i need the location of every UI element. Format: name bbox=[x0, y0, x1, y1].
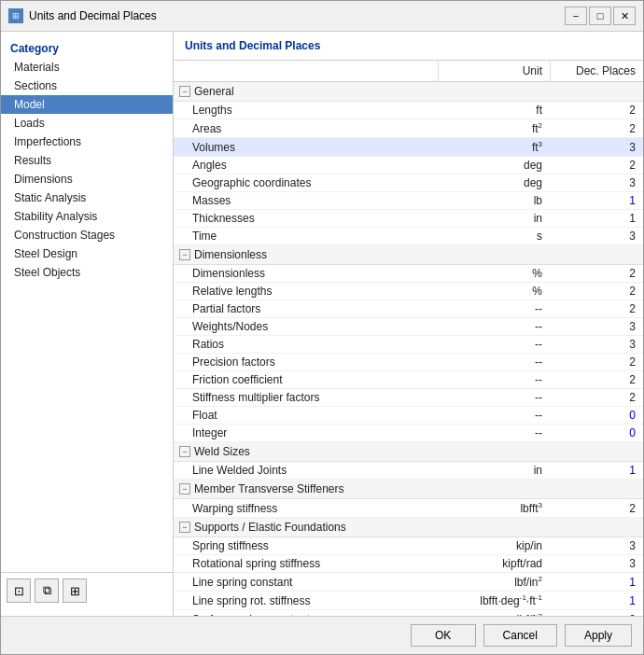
cell-places: 3 bbox=[550, 555, 643, 572]
table-content[interactable]: − General Lengths ft 2 Areas ft2 2 Volum… bbox=[174, 82, 643, 616]
cancel-button[interactable]: Cancel bbox=[483, 624, 557, 647]
cell-name: Thicknesses bbox=[174, 210, 438, 227]
table-row[interactable]: Masses lb 1 bbox=[174, 192, 643, 210]
sidebar-item-construction-stages[interactable]: Construction Stages bbox=[1, 226, 173, 244]
cell-places: 1 bbox=[550, 462, 643, 479]
section-toggle-0[interactable]: − bbox=[179, 86, 190, 97]
cell-unit: lbfft·deg-1·ft-1 bbox=[438, 592, 550, 609]
cell-unit: kipft/rad bbox=[438, 555, 550, 572]
header-places: Dec. Places bbox=[550, 61, 643, 81]
cell-places: 1 bbox=[550, 592, 643, 609]
icon-btn-3[interactable]: ⊞ bbox=[63, 578, 87, 603]
cell-name: Warping stiffness bbox=[174, 500, 438, 517]
section-header-3[interactable]: − Member Transverse Stiffeners bbox=[174, 480, 643, 499]
table-row[interactable]: Angles deg 2 bbox=[174, 157, 643, 174]
section-header-1[interactable]: − Dimensionless bbox=[174, 245, 643, 265]
apply-button[interactable]: Apply bbox=[565, 624, 632, 647]
section-toggle-3[interactable]: − bbox=[179, 483, 190, 495]
section-toggle-1[interactable]: − bbox=[179, 249, 190, 260]
cell-name: Masses bbox=[174, 192, 438, 209]
cell-name: Weights/Nodes bbox=[174, 318, 438, 335]
section-title-4: Supports / Elastic Foundations bbox=[194, 521, 346, 534]
table-row[interactable]: Lengths ft 2 bbox=[174, 102, 643, 119]
section-header-2[interactable]: − Weld Sizes bbox=[174, 442, 643, 462]
cell-unit: deg bbox=[438, 157, 550, 174]
cell-places: 1 bbox=[550, 574, 643, 591]
sidebar-item-loads[interactable]: Loads bbox=[1, 114, 173, 132]
header-unit: Unit bbox=[438, 61, 550, 81]
sidebar-item-steel-objects[interactable]: Steel Objects bbox=[1, 263, 173, 282]
sidebar-item-stability-analysis[interactable]: Stability Analysis bbox=[1, 207, 173, 226]
title-bar-left: ⊞ Units and Decimal Places bbox=[8, 8, 157, 23]
cell-unit: -- bbox=[438, 371, 550, 388]
minimize-button[interactable]: − bbox=[565, 7, 587, 25]
right-panel: Units and Decimal Places Unit Dec. Place… bbox=[174, 32, 643, 616]
table-row[interactable]: Time s 3 bbox=[174, 228, 643, 245]
title-bar-controls: − □ ✕ bbox=[565, 7, 636, 25]
sidebar-item-model[interactable]: Model bbox=[1, 95, 173, 114]
table-row[interactable]: Spring stiffness kip/in 3 bbox=[174, 537, 643, 555]
section-toggle-4[interactable]: − bbox=[179, 522, 190, 533]
cell-name: Precision factors bbox=[174, 354, 438, 370]
cell-places: 3 bbox=[550, 139, 643, 156]
section-toggle-2[interactable]: − bbox=[179, 446, 190, 457]
cell-places: 3 bbox=[550, 336, 643, 353]
table-row[interactable]: Rotational spring stiffness kipft/rad 3 bbox=[174, 555, 643, 573]
sidebar-item-steel-design[interactable]: Steel Design bbox=[1, 244, 173, 263]
table-row[interactable]: Float -- 0 bbox=[174, 407, 643, 425]
table-row[interactable]: Ratios -- 3 bbox=[174, 336, 643, 354]
cell-name: Volumes bbox=[174, 139, 438, 156]
table-row[interactable]: Dimensionless % 2 bbox=[174, 265, 643, 283]
restore-button[interactable]: □ bbox=[589, 7, 611, 25]
panel-title: Units and Decimal Places bbox=[174, 32, 643, 61]
cell-places: 2 bbox=[550, 157, 643, 174]
sidebar-item-dimensions[interactable]: Dimensions bbox=[1, 170, 173, 188]
table-row[interactable]: Line spring constant lbf/in2 1 bbox=[174, 573, 643, 592]
sidebar-category-label: Category bbox=[1, 39, 173, 58]
sidebar-item-imperfections[interactable]: Imperfections bbox=[1, 132, 173, 151]
section-header-4[interactable]: − Supports / Elastic Foundations bbox=[174, 518, 643, 537]
table-row[interactable]: Integer -- 0 bbox=[174, 425, 643, 442]
cell-places: 2 bbox=[550, 354, 643, 370]
cell-unit: -- bbox=[438, 318, 550, 335]
table-row[interactable]: Line spring rot. stiffness lbfft·deg-1·f… bbox=[174, 592, 643, 610]
sidebar-item-sections[interactable]: Sections bbox=[1, 77, 173, 95]
table-row[interactable]: Thicknesses in 1 bbox=[174, 210, 643, 228]
cell-places: 2 bbox=[550, 500, 643, 517]
main-content: Category Materials Sections Model Loads … bbox=[1, 32, 643, 616]
ok-button[interactable]: OK bbox=[411, 624, 476, 647]
table-row[interactable]: Volumes ft3 3 bbox=[174, 138, 643, 157]
window-title: Units and Decimal Places bbox=[29, 9, 157, 22]
icon-btn-1[interactable]: ⊡ bbox=[7, 578, 31, 603]
cell-unit: -- bbox=[438, 300, 550, 317]
cell-name: Ratios bbox=[174, 336, 438, 353]
table-row[interactable]: Partial factors -- 2 bbox=[174, 300, 643, 318]
cell-unit: deg bbox=[438, 174, 550, 191]
section-title-0: General bbox=[194, 85, 234, 98]
table-row[interactable]: Precision factors -- 2 bbox=[174, 354, 643, 371]
table-row[interactable]: Weights/Nodes -- 3 bbox=[174, 318, 643, 336]
sidebar-bottom: ⊡ ⧉ ⊞ bbox=[1, 572, 173, 608]
icon-btn-2[interactable]: ⧉ bbox=[35, 578, 59, 603]
section-header-0[interactable]: − General bbox=[174, 82, 643, 102]
table-row[interactable]: Geographic coordinates deg 3 bbox=[174, 174, 643, 192]
sidebar-item-materials[interactable]: Materials bbox=[1, 58, 173, 77]
cell-name: Line spring rot. stiffness bbox=[174, 592, 438, 609]
table-row[interactable]: Friction coefficient -- 2 bbox=[174, 371, 643, 389]
cell-name: Float bbox=[174, 407, 438, 424]
section-title-2: Weld Sizes bbox=[194, 445, 250, 458]
table-row[interactable]: Warping stiffness lbfft3 2 bbox=[174, 499, 643, 518]
table-row[interactable]: Relative lengths % 2 bbox=[174, 283, 643, 300]
cell-unit: lb bbox=[438, 192, 550, 209]
table-row[interactable]: Stiffness multiplier factors -- 2 bbox=[174, 389, 643, 407]
app-icon: ⊞ bbox=[8, 8, 23, 23]
sidebar-item-results[interactable]: Results bbox=[1, 151, 173, 170]
cell-name: Friction coefficient bbox=[174, 371, 438, 388]
sidebar-item-static-analysis[interactable]: Static Analysis bbox=[1, 188, 173, 207]
cell-unit: kip/in bbox=[438, 537, 550, 554]
cell-name: Stiffness multiplier factors bbox=[174, 389, 438, 406]
close-button[interactable]: ✕ bbox=[613, 7, 636, 25]
table-row[interactable]: Line Welded Joints in 1 bbox=[174, 462, 643, 480]
table-row[interactable]: Areas ft2 2 bbox=[174, 119, 643, 138]
cell-unit: in bbox=[438, 210, 550, 227]
